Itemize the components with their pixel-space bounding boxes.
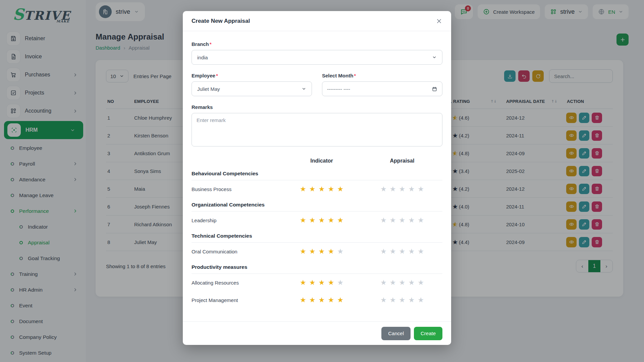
month-label: Select Month*	[322, 73, 356, 78]
create-button[interactable]: Create	[414, 327, 442, 340]
employee-select[interactable]: Juliet May	[192, 81, 312, 96]
competency-row: Productivity measures Productivity measu…	[192, 264, 442, 274]
modal-footer: Cancel Create	[183, 321, 451, 345]
competency-label: Business Process	[192, 186, 281, 192]
indicator-stars[interactable]: ★★★★★	[281, 186, 362, 193]
indicator-stars[interactable]: ★★★★★	[281, 217, 362, 224]
required-mark: *	[210, 41, 212, 47]
competency-row: Business Process Business Process ★★★★★ …	[192, 180, 442, 198]
competency-row: Leadership Leadership ★★★★★ ★★★★★	[192, 212, 442, 229]
month-field-wrap: Select Month* --------- ----	[322, 73, 442, 96]
appraisal-column-label: Appraisal	[362, 158, 442, 164]
competency-section-heading: Organizational Competencies	[192, 202, 442, 212]
competency-section-heading: Productivity measures	[192, 264, 442, 274]
appraisal-stars[interactable]: ★★★★★	[362, 248, 442, 255]
remarks-label: Remarks	[192, 104, 213, 110]
indicator-stars[interactable]: ★★★★★	[281, 297, 362, 304]
appraisal-stars[interactable]: ★★★★★	[362, 297, 442, 304]
competency-row: Oral Communication Oral Communication ★★…	[192, 243, 442, 260]
competency-row: Organizational Competencies Organization…	[192, 202, 442, 212]
branch-select[interactable]: india	[192, 50, 442, 65]
employee-label: Employee*	[192, 73, 218, 78]
appraisal-stars[interactable]: ★★★★★	[362, 186, 442, 193]
branch-label: Branch*	[192, 41, 212, 47]
modal-body: Branch* india Employee* Juliet May Selec…	[183, 31, 451, 321]
competency-row: Project Management Project Management ★★…	[192, 291, 442, 309]
modal-title: Create New Appraisal	[192, 18, 250, 24]
month-placeholder: --------- ----	[327, 86, 350, 92]
indicator-column-label: Indicator	[281, 158, 362, 164]
employee-value: Juliet May	[197, 86, 220, 92]
competency-row: Allocating Resources Allocating Resource…	[192, 274, 442, 291]
calendar-icon	[432, 86, 437, 92]
competency-label: Allocating Resources	[192, 280, 281, 286]
indicator-stars[interactable]: ★★★★★	[281, 279, 362, 286]
employee-field: Employee* Juliet May	[192, 73, 312, 96]
appraisal-stars[interactable]: ★★★★★	[362, 217, 442, 224]
competency-row: Behavioural Competencies Behavioural Com…	[192, 171, 442, 180]
close-icon[interactable]	[436, 18, 442, 24]
cancel-button[interactable]: Cancel	[381, 327, 411, 340]
chevron-down-icon	[302, 86, 306, 91]
create-appraisal-modal: Create New Appraisal Branch* india Emplo…	[183, 11, 451, 345]
remarks-textarea[interactable]	[192, 113, 442, 146]
competency-section-heading: Technical Competencies	[192, 233, 442, 243]
competency-label: Leadership	[192, 218, 281, 223]
rating-columns-header: Indicator Appraisal	[192, 155, 442, 167]
month-input[interactable]: --------- ----	[322, 81, 442, 96]
employee-month-row: Employee* Juliet May Select Month* -----…	[192, 73, 442, 96]
modal-header: Create New Appraisal	[183, 11, 451, 31]
competency-label: Oral Communication	[192, 249, 281, 254]
competency-section-heading: Behavioural Competencies	[192, 171, 442, 180]
required-mark: *	[216, 73, 218, 78]
competency-label: Project Management	[192, 297, 281, 303]
appraisal-stars[interactable]: ★★★★★	[362, 279, 442, 286]
indicator-stars[interactable]: ★★★★★	[281, 248, 362, 255]
required-mark: *	[354, 73, 356, 78]
branch-field: Branch* india	[192, 41, 442, 65]
remarks-field: Remarks	[192, 104, 442, 148]
chevron-down-icon	[432, 55, 437, 60]
competency-row: Technical Competencies Technical Compete…	[192, 233, 442, 243]
branch-value: india	[197, 55, 208, 60]
